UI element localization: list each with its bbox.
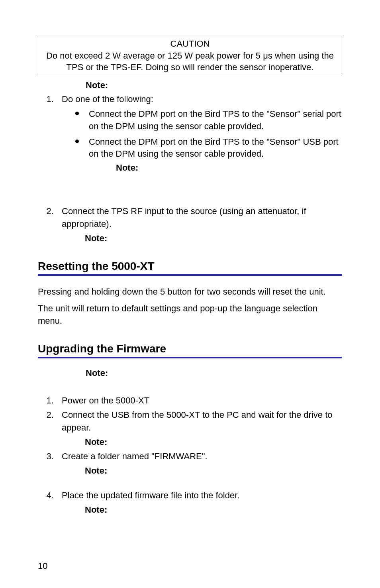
fw-step-4: Place the updated firmware file into the… [56,489,342,516]
bullet-list: Connect the DPM port on the Bird TPS to … [75,108,342,174]
note-label-4: Note: [86,368,342,378]
heading-resetting: Resetting the 5000-XT [38,260,342,273]
caution-body: Do not exceed 2 W average or 125 W peak … [41,50,339,73]
caution-box: CAUTION Do not exceed 2 W average or 125… [38,36,342,76]
caution-title: CAUTION [41,38,339,50]
fw-step-2: Connect the USB from the 5000-XT to the … [56,409,342,448]
bullet-1: Connect the DPM port on the Bird TPS to … [75,108,342,133]
reset-p2: The unit will return to default settings… [38,302,342,328]
list-item-1: Do one of the following: Connect the DPM… [56,93,342,203]
note-label-1: Note: [86,80,342,90]
list-item-2: Connect the TPS RF input to the source (… [56,205,342,245]
heading-underline-2 [38,357,342,358]
procedure-list-2: Power on the 5000-XT Connect the USB fro… [56,394,342,516]
item1-intro: Do one of the following: [62,94,153,104]
heading-firmware: Upgrading the Firmware [38,342,342,355]
bullet-2: Connect the DPM port on the Bird TPS to … [75,136,342,174]
fw-step-1: Power on the 5000-XT [56,394,342,407]
note-label-6: Note: [85,464,342,477]
note-label-2: Note: [116,162,342,174]
reset-p1: Pressing and holding down the 5 button f… [38,285,342,298]
note-label-7: Note: [85,503,342,516]
item2-text: Connect the TPS RF input to the source (… [62,206,306,229]
heading-underline-1 [38,274,342,276]
page-number: 10 [38,561,47,571]
note-label-5: Note: [85,436,342,448]
fw-step-3: Create a folder named "FIRMWARE". Note: [56,450,342,477]
procedure-list-1: Do one of the following: Connect the DPM… [56,93,342,245]
note-label-3: Note: [85,232,342,245]
